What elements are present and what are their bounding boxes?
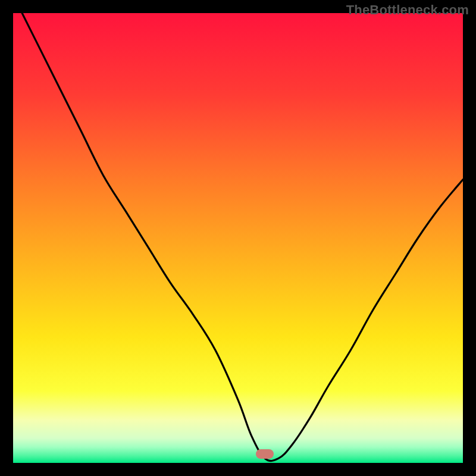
optimal-point-marker — [256, 449, 274, 459]
watermark-text: TheBottleneck.com — [346, 2, 469, 18]
chart-frame: TheBottleneck.com — [0, 0, 476, 476]
bottleneck-curve — [13, 13, 463, 463]
plot-outer — [13, 13, 463, 463]
plot-area — [13, 13, 463, 463]
